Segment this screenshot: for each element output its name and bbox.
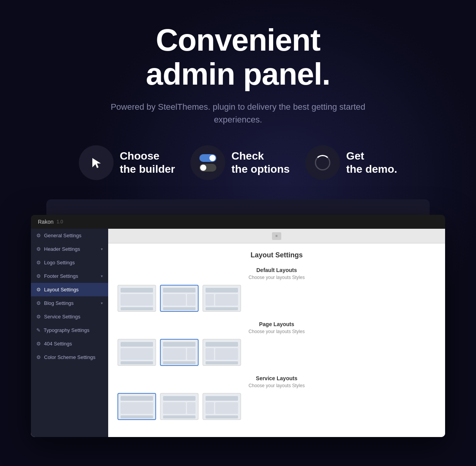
layout-option[interactable] [160, 393, 199, 420]
sidebar-item-404[interactable]: ⚙ 404 Settings [31, 337, 108, 350]
main-content: ≡ Layout Settings Default Layouts Choose… [108, 229, 445, 437]
layout-top-bar [206, 396, 238, 401]
gear-icon: ⚙ [36, 354, 41, 360]
layout-options-default [117, 285, 436, 312]
layout-main-col [215, 348, 238, 360]
layout-bottom-bar [206, 415, 238, 418]
layout-mid [206, 402, 238, 414]
chevron-icon: ▾ [101, 301, 103, 305]
layout-option-selected[interactable] [160, 285, 199, 312]
toolbar-button[interactable]: ≡ [272, 232, 281, 240]
layout-main-col [121, 294, 153, 306]
steps-row: Choose the builder Check the options [8, 145, 468, 180]
layout-main-col [215, 402, 238, 414]
layout-main-col [163, 348, 186, 360]
layout-top-bar [121, 288, 153, 293]
sidebar-item-logo[interactable]: ⚙ Logo Settings [31, 256, 108, 269]
layout-section-desc-service: Choose your layouts Styles [117, 383, 436, 388]
sidebar-item-service[interactable]: ⚙ Service Settings [31, 310, 108, 323]
layout-option-selected[interactable] [117, 393, 156, 420]
layout-bottom-bar [163, 361, 196, 364]
layout-side-col [206, 348, 214, 360]
layout-main-col [163, 294, 186, 306]
layout-side-col [206, 294, 214, 306]
gear-icon: ⚙ [36, 246, 41, 252]
hero-section: Convenient admin panel. Powered by Steel… [0, 0, 476, 452]
toggle-on [199, 154, 216, 162]
layout-option-selected[interactable] [160, 339, 199, 366]
window-titlebar: Rakon 1.0 [31, 215, 445, 229]
layout-bottom-bar [163, 415, 196, 418]
hero-subtitle: Powered by SteelThemes. plugin to delive… [99, 100, 377, 126]
svg-marker-0 [92, 158, 101, 168]
step-icon-cursor [79, 145, 114, 180]
gear-icon: ⚙ [36, 300, 41, 306]
sidebar-item-typography[interactable]: ✎ Typography Settings [31, 323, 108, 337]
layout-section-desc-page: Choose your layouts Styles [117, 329, 436, 334]
layout-side-col [206, 402, 214, 414]
window-version: 1.0 [56, 219, 63, 224]
sidebar-item-footer[interactable]: ⚙ Footer Settings ▾ [31, 269, 108, 283]
hero-title: Convenient admin panel. [8, 23, 468, 91]
gear-icon: ⚙ [36, 260, 41, 265]
layout-mid [163, 402, 196, 414]
gear-icon: ⚙ [36, 273, 41, 279]
layout-mid [121, 294, 153, 306]
layout-section-page: Page Layouts Choose your layouts Styles [117, 321, 436, 366]
layout-mid [163, 294, 196, 306]
layout-options-page [117, 339, 436, 366]
layout-side-col [187, 348, 196, 360]
step-check-options: Check the options [190, 145, 290, 180]
content-area: Layout Settings Default Layouts Choose y… [108, 243, 445, 437]
layout-mid [206, 294, 238, 306]
sidebar-item-layout[interactable]: ⚙ Layout Settings [31, 283, 108, 296]
admin-body: ⚙ General Settings ⚙ Header Settings ▾ ⚙… [31, 229, 445, 437]
step-label-demo: Get the demo. [346, 150, 397, 175]
layout-top-bar [206, 288, 238, 293]
layout-option[interactable] [117, 285, 156, 312]
layout-options-service [117, 393, 436, 420]
sidebar-item-blog[interactable]: ⚙ Blog Settings ▾ [31, 296, 108, 310]
sidebar: ⚙ General Settings ⚙ Header Settings ▾ ⚙… [31, 229, 108, 437]
layout-side-col [187, 402, 196, 414]
admin-window: Rakon 1.0 ⚙ General Settings ⚙ Header Se… [31, 215, 445, 437]
gear-icon: ⚙ [36, 287, 41, 293]
gear-icon: ⚙ [36, 233, 41, 238]
layout-main-col [163, 402, 186, 414]
gear-icon: ⚙ [36, 341, 41, 347]
layout-option[interactable] [117, 339, 156, 366]
layout-section-service: Service Layouts Choose your layouts Styl… [117, 375, 436, 420]
layout-mid [163, 348, 196, 360]
layout-bottom-bar [121, 307, 153, 310]
chevron-icon: ▾ [101, 247, 103, 251]
layout-mid [206, 348, 238, 360]
step-icon-spinner [305, 145, 340, 180]
layout-main-col [121, 402, 153, 414]
sidebar-item-color-scheme[interactable]: ⚙ Color Scheme Settings [31, 350, 108, 364]
layout-top-bar [206, 342, 238, 347]
layout-bottom-bar [206, 361, 238, 364]
section-title: Layout Settings [117, 251, 436, 259]
step-label-choose: Choose the builder [120, 150, 175, 175]
step-icon-toggle [190, 145, 225, 180]
layout-bottom-bar [163, 307, 196, 310]
layout-bottom-bar [121, 415, 153, 418]
layout-section-desc-default: Choose your layouts Styles [117, 275, 436, 280]
edit-icon: ✎ [36, 327, 41, 333]
toggle-off [199, 164, 216, 172]
sidebar-item-general[interactable]: ⚙ General Settings [31, 229, 108, 242]
spinner-icon [315, 155, 330, 170]
layout-option[interactable] [202, 339, 241, 366]
layout-bottom-bar [121, 361, 153, 364]
layout-top-bar [121, 396, 153, 401]
layout-section-title-default: Default Layouts [117, 267, 436, 273]
layout-option[interactable] [202, 285, 241, 312]
gear-icon: ⚙ [36, 314, 41, 320]
step-label-check: Check the options [231, 150, 290, 175]
layout-section-title-service: Service Layouts [117, 375, 436, 381]
panel-bar [46, 199, 430, 215]
sidebar-item-header[interactable]: ⚙ Header Settings ▾ [31, 242, 108, 256]
layout-top-bar [121, 342, 153, 347]
layout-option[interactable] [202, 393, 241, 420]
layout-top-bar [163, 396, 196, 401]
